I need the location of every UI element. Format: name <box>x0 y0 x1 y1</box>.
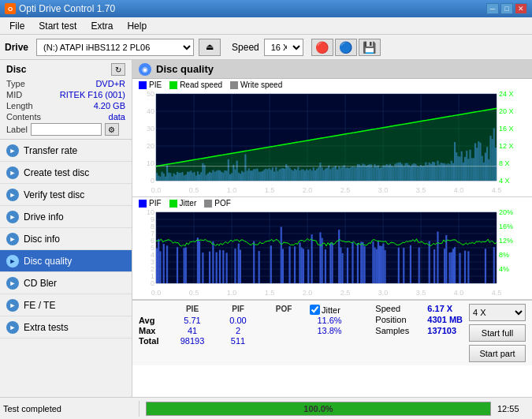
chart-title: Disc quality <box>156 63 214 75</box>
svg-rect-347 <box>433 249 435 283</box>
sidebar-item-disc-info[interactable]: ► Disc info <box>0 228 132 250</box>
sidebar-item-verify-test-disc[interactable]: ► Verify test disc <box>0 184 132 206</box>
menu-start-test[interactable]: Start test <box>32 19 83 33</box>
svg-rect-299 <box>209 252 210 283</box>
avg-jitter: 11.6% <box>310 316 349 325</box>
status-time: 12:55 <box>497 404 529 413</box>
svg-rect-346 <box>429 241 430 283</box>
toolbar: Drive (N:) ATAPI iHBS112 2 PL06 ⏏ Speed … <box>0 35 532 60</box>
samples-key: Samples <box>375 326 422 335</box>
stats-max-row: Max 41 2 13.8% <box>139 326 369 335</box>
drive-select[interactable]: (N:) ATAPI iHBS112 2 PL06 <box>36 39 194 56</box>
svg-rect-341 <box>384 250 385 283</box>
menu-bar: File Start test Extra Help <box>0 17 532 35</box>
svg-rect-337 <box>378 241 379 283</box>
verify-test-disc-icon: ► <box>6 189 19 201</box>
svg-text:4.5: 4.5 <box>492 289 502 297</box>
sidebar-item-extra-tests[interactable]: ► Extra tests <box>0 316 132 339</box>
svg-rect-289 <box>158 239 159 283</box>
svg-rect-314 <box>294 246 296 283</box>
label-settings-button[interactable]: ⚙ <box>105 123 119 136</box>
cd-bler-icon: ► <box>6 277 19 290</box>
svg-rect-336 <box>376 249 378 283</box>
svg-rect-300 <box>212 241 214 283</box>
total-label: Total <box>139 336 166 346</box>
sidebar-item-transfer-rate[interactable]: ► Transfer rate <box>0 140 132 162</box>
sidebar-item-disc-quality[interactable]: ► Disc quality <box>0 250 132 272</box>
app-title: Opti Drive Control 1.70 <box>19 3 115 14</box>
sidebar-item-create-test-disc[interactable]: ► Create test disc <box>0 162 132 184</box>
svg-rect-349 <box>444 249 445 283</box>
svg-rect-317 <box>303 249 304 283</box>
max-label: Max <box>139 326 166 335</box>
stats-header-row: PIE PIF POF Jitter <box>139 305 369 315</box>
svg-rect-293 <box>177 247 178 283</box>
svg-text:2.0: 2.0 <box>303 289 313 297</box>
max-pif: 2 <box>218 326 258 335</box>
toolbar-icon-1[interactable]: 🔴 <box>311 39 333 56</box>
svg-rect-311 <box>281 226 282 283</box>
speed-select[interactable]: 16 X <box>264 39 303 56</box>
sidebar-item-drive-info[interactable]: ► Drive info <box>0 206 132 228</box>
legend-jitter: Jitter <box>169 199 197 208</box>
svg-text:3.0: 3.0 <box>378 289 389 297</box>
contents-key: Contents <box>6 112 41 122</box>
svg-rect-331 <box>360 241 362 283</box>
stats-total-row: Total 98193 511 <box>139 336 369 346</box>
svg-rect-290 <box>159 251 161 283</box>
disc-refresh-button[interactable]: ↻ <box>111 63 125 76</box>
drive-info-label: Drive info <box>24 211 64 223</box>
svg-text:20%: 20% <box>499 209 513 216</box>
chart2-container: 1098765432100.00.51.01.52.02.53.03.54.04… <box>132 209 532 300</box>
app-icon: O <box>5 3 16 14</box>
toolbar-icon-2[interactable]: 🔵 <box>335 39 357 56</box>
menu-help[interactable]: Help <box>121 19 153 33</box>
mid-key: MID <box>6 90 22 99</box>
start-full-button[interactable]: Start full <box>469 324 526 342</box>
svg-rect-326 <box>340 247 341 283</box>
read-speed-color <box>169 81 177 89</box>
svg-text:8%: 8% <box>499 251 509 259</box>
svg-rect-356 <box>464 251 466 283</box>
eject-button[interactable]: ⏏ <box>199 39 221 56</box>
menu-file[interactable]: File <box>3 19 31 33</box>
menu-extra[interactable]: Extra <box>84 19 119 33</box>
disc-info-icon: ► <box>6 233 19 245</box>
svg-text:1.5: 1.5 <box>265 289 275 297</box>
chart-header: ◉ Disc quality <box>132 60 532 79</box>
jitter-checkbox[interactable] <box>310 305 320 315</box>
total-pie: 98193 <box>173 336 212 346</box>
avg-pif: 0.00 <box>218 316 258 325</box>
minimize-button[interactable]: ─ <box>486 3 499 14</box>
write-speed-color <box>230 81 238 89</box>
svg-rect-338 <box>379 245 381 283</box>
svg-rect-310 <box>270 245 272 283</box>
max-jitter: 13.8% <box>310 326 349 335</box>
toolbar-icon-3[interactable]: 💾 <box>359 39 381 56</box>
legend-write-speed: Write speed <box>230 80 282 89</box>
close-button[interactable]: ✕ <box>515 3 527 14</box>
start-part-button[interactable]: Start part <box>469 345 526 362</box>
main-content: Disc ↻ Type DVD+R MID RITEK F16 (001) Le… <box>0 60 532 397</box>
maximize-button[interactable]: □ <box>500 3 513 14</box>
svg-rect-315 <box>299 242 300 283</box>
fe-te-icon: ► <box>6 299 19 312</box>
pof-color <box>204 200 212 208</box>
speed-key: Speed <box>375 304 422 313</box>
label-input[interactable] <box>31 123 102 136</box>
progress-bar-container: 100.0% <box>146 402 491 416</box>
sidebar-item-cd-bler[interactable]: ► CD Bler <box>0 272 132 294</box>
create-test-disc-label: Create test disc <box>24 167 89 178</box>
speed-dropdown[interactable]: 4 X <box>469 304 526 321</box>
svg-rect-312 <box>282 249 284 283</box>
stats-avg-row: Avg 5.71 0.00 11.6% <box>139 316 369 325</box>
drive-label: Drive <box>5 42 28 53</box>
status-text: Test completed <box>3 404 61 413</box>
svg-rect-291 <box>163 244 165 283</box>
verify-test-disc-label: Verify test disc <box>24 189 84 200</box>
length-key: Length <box>6 101 33 110</box>
svg-rect-355 <box>459 253 460 283</box>
sidebar-item-fe-te[interactable]: ► FE / TE <box>0 294 132 316</box>
svg-rect-333 <box>364 246 366 283</box>
svg-rect-294 <box>184 248 185 283</box>
